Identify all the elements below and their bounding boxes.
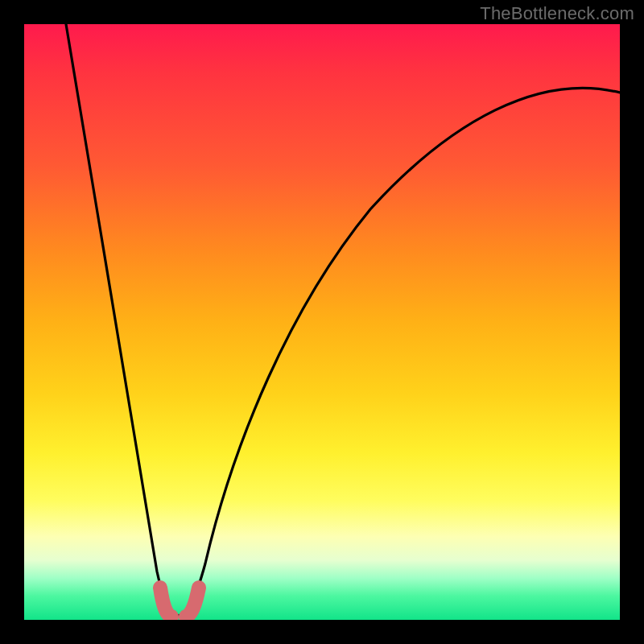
- curve-path: [66, 24, 620, 616]
- chart-frame: TheBottleneck.com: [0, 0, 644, 644]
- bottleneck-curve: [24, 24, 620, 620]
- watermark-text: TheBottleneck.com: [480, 3, 634, 24]
- chart-plot-area: [24, 24, 620, 620]
- min-marker-group: [160, 588, 199, 617]
